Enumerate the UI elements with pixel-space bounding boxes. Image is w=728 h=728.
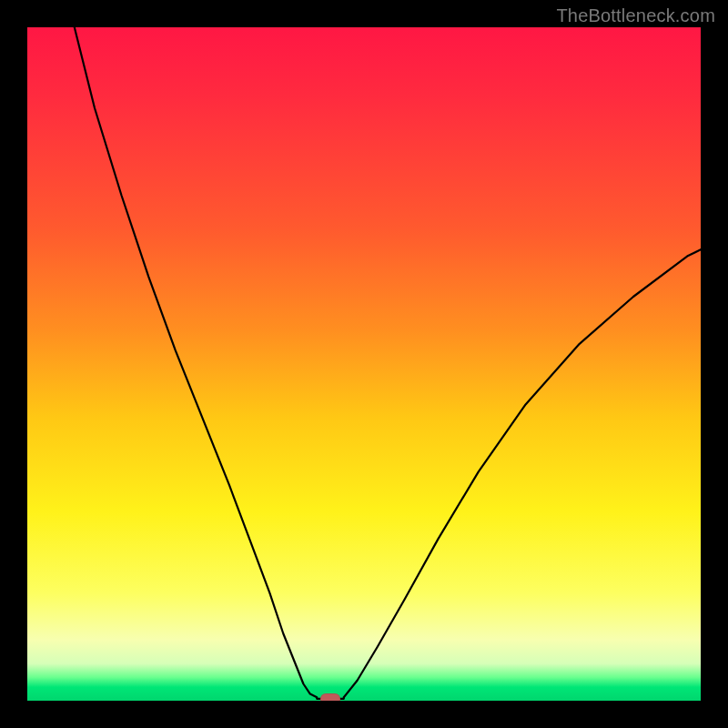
watermark-text: TheBottleneck.com (556, 5, 715, 26)
minimum-marker-icon (320, 693, 340, 701)
plot-area (27, 27, 701, 701)
chart-frame: TheBottleneck.com (0, 0, 728, 728)
curve-path (75, 27, 701, 699)
bottleneck-curve (27, 27, 701, 701)
